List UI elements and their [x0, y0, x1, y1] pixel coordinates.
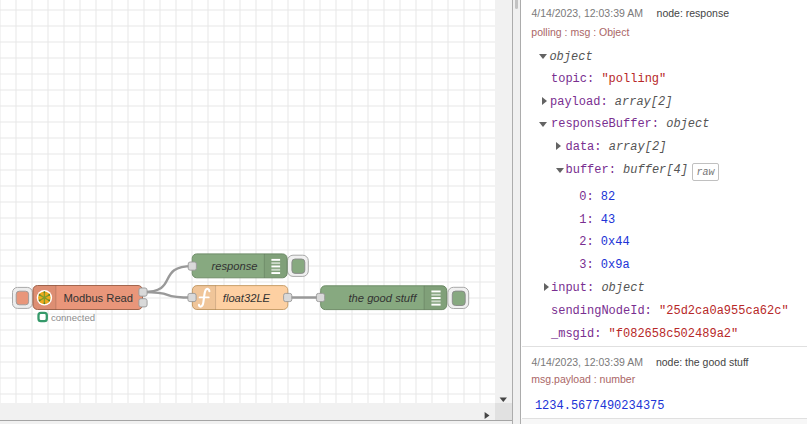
svg-text:the good stuff: the good stuff: [348, 292, 418, 304]
svg-text:connected: connected: [51, 312, 95, 323]
svg-text:float32LE: float32LE: [223, 292, 271, 304]
svg-text:Modbus Read: Modbus Read: [63, 292, 133, 304]
svg-text:response: response: [211, 260, 257, 272]
